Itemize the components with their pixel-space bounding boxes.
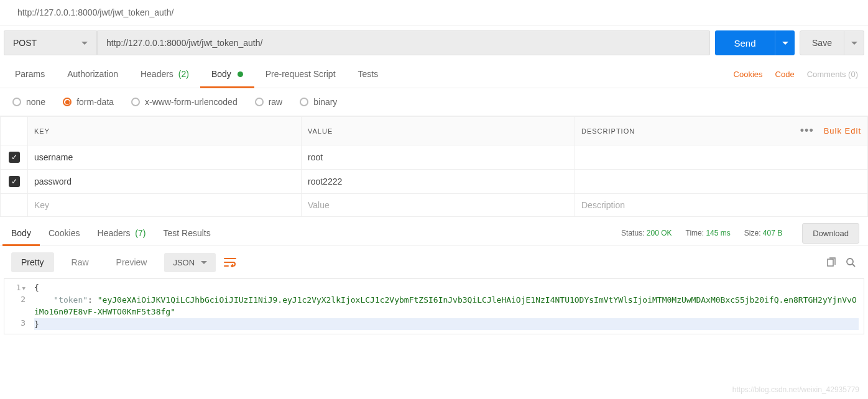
radio-icon xyxy=(131,98,140,106)
radio-icon xyxy=(63,98,72,106)
row-checkbox[interactable]: ✓ xyxy=(9,176,20,187)
copy-icon[interactable] xyxy=(824,256,837,268)
save-button[interactable]: Save xyxy=(800,30,844,55)
download-button[interactable]: Download xyxy=(802,223,859,244)
body-type-formdata[interactable]: form-data xyxy=(63,97,114,107)
more-options-icon[interactable]: ••• xyxy=(800,124,814,137)
resp-tab-body[interactable]: Body xyxy=(2,221,40,245)
line-gutter: 1▼ 2 3 xyxy=(4,279,29,334)
svg-point-1 xyxy=(847,259,853,265)
table-row-empty: Key Value Description xyxy=(1,194,868,217)
chevron-down-icon xyxy=(851,42,857,45)
key-cell[interactable]: password xyxy=(28,170,302,194)
body-modified-indicator xyxy=(238,71,243,77)
tab-params[interactable]: Params xyxy=(4,60,56,88)
body-type-binary[interactable]: binary xyxy=(300,97,337,107)
send-dropdown-button[interactable] xyxy=(775,30,795,55)
response-body-viewer[interactable]: 1▼ 2 3 { "token": "eyJ0eXAiOiJKV1QiLCJhb… xyxy=(4,278,864,334)
viewer-toolbar: Pretty Raw Preview JSON xyxy=(0,246,868,278)
headers-count: (2) xyxy=(178,69,189,79)
tab-authorization[interactable]: Authorization xyxy=(56,60,129,88)
chevron-down-icon xyxy=(201,261,207,264)
comments-link[interactable]: Comments (0) xyxy=(801,70,864,79)
resp-headers-count: (7) xyxy=(135,228,145,238)
radio-icon xyxy=(12,98,21,106)
description-header: DESCRIPTION ••• Bulk Edit xyxy=(575,117,868,145)
key-cell[interactable]: username xyxy=(28,145,302,170)
resp-tab-testresults[interactable]: Test Results xyxy=(154,221,219,245)
response-meta: Status: 200 OK Time: 145 ms Size: 407 B … xyxy=(621,223,866,244)
radio-icon xyxy=(255,98,264,106)
table-checkbox-header xyxy=(1,117,28,145)
tab-body-label: Body xyxy=(211,69,231,79)
language-select[interactable]: JSON xyxy=(164,253,216,272)
description-placeholder[interactable]: Description xyxy=(575,194,868,217)
resp-tab-cookies[interactable]: Cookies xyxy=(40,221,89,245)
form-data-table: KEY VALUE DESCRIPTION ••• Bulk Edit ✓ us… xyxy=(0,116,868,217)
chevron-down-icon xyxy=(782,42,788,45)
description-cell[interactable] xyxy=(575,145,868,170)
description-cell[interactable] xyxy=(575,170,868,194)
status-value: 200 OK xyxy=(647,229,672,237)
value-cell[interactable]: root2222 xyxy=(302,170,575,194)
wrap-lines-icon[interactable] xyxy=(223,257,237,268)
value-placeholder[interactable]: Value xyxy=(302,194,575,217)
table-row: ✓ username root xyxy=(1,145,868,170)
request-row: POST Send Save xyxy=(0,25,868,60)
save-dropdown-button[interactable] xyxy=(844,30,864,55)
resp-tab-headers[interactable]: Headers (7) xyxy=(89,221,155,245)
response-tabs: Body Cookies Headers (7) Test Results St… xyxy=(0,221,868,246)
row-checkbox[interactable]: ✓ xyxy=(9,152,20,163)
view-pretty[interactable]: Pretty xyxy=(11,252,54,272)
view-raw[interactable]: Raw xyxy=(62,252,99,272)
request-tabs: Params Authorization Headers (2) Body Pr… xyxy=(0,60,868,88)
value-header: VALUE xyxy=(302,117,575,145)
svg-rect-0 xyxy=(828,259,833,266)
bulk-edit-link[interactable]: Bulk Edit xyxy=(824,126,861,135)
search-icon[interactable] xyxy=(844,256,857,268)
send-button[interactable]: Send xyxy=(715,30,775,55)
body-type-none[interactable]: none xyxy=(12,97,45,107)
view-preview[interactable]: Preview xyxy=(106,252,157,272)
tab-headers-label: Headers xyxy=(141,69,173,79)
body-type-row: none form-data x-www-form-urlencoded raw… xyxy=(0,88,868,116)
key-header: KEY xyxy=(28,117,302,145)
tab-prerequest[interactable]: Pre-request Script xyxy=(254,60,347,88)
radio-icon xyxy=(300,98,308,106)
code-content[interactable]: { "token": "eyJ0eXAiOiJKV1QiLCJhbGciOiJI… xyxy=(29,279,864,334)
tab-tests[interactable]: Tests xyxy=(347,60,390,88)
cookies-link[interactable]: Cookies xyxy=(727,70,769,79)
request-tab-title: http://127.0.0.1:8000/jwt/jwt_token_auth… xyxy=(0,0,868,25)
value-cell[interactable]: root xyxy=(302,145,575,170)
body-type-raw[interactable]: raw xyxy=(255,97,283,107)
code-link[interactable]: Code xyxy=(769,70,801,79)
url-input[interactable] xyxy=(97,30,710,55)
table-row: ✓ password root2222 xyxy=(1,170,868,194)
time-value: 145 ms xyxy=(706,229,730,237)
tab-headers[interactable]: Headers (2) xyxy=(129,60,200,88)
chevron-down-icon xyxy=(81,42,88,45)
size-value: 407 B xyxy=(763,229,782,237)
tab-body[interactable]: Body xyxy=(200,60,254,88)
body-type-urlencoded[interactable]: x-www-form-urlencoded xyxy=(131,97,238,107)
key-placeholder[interactable]: Key xyxy=(28,194,302,217)
http-method-value: POST xyxy=(13,38,37,48)
http-method-select[interactable]: POST xyxy=(4,30,97,55)
